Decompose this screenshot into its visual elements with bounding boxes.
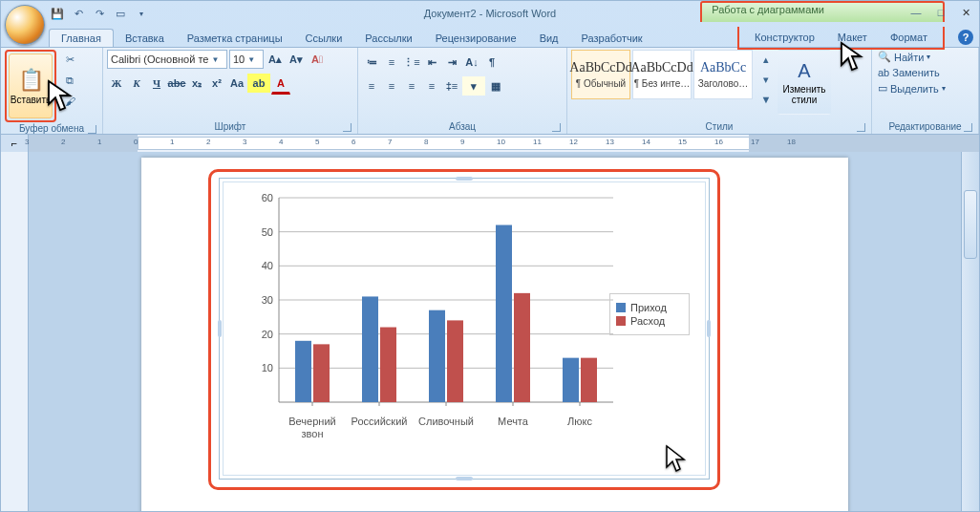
svg-text:40: 40: [262, 260, 273, 271]
tab-design[interactable]: Конструктор: [743, 29, 826, 46]
group-editing-label: Редактирование: [876, 120, 974, 134]
borders-button[interactable]: ▦: [486, 76, 505, 96]
replace-button[interactable]: abЗаменить: [876, 66, 942, 79]
shading-button[interactable]: ▾: [462, 76, 485, 96]
maximize-button[interactable]: □: [931, 5, 950, 20]
bullets-button[interactable]: ≔: [362, 53, 381, 72]
font-family-combo[interactable]: Calibri (Основной те▼: [107, 50, 227, 69]
tab-insert[interactable]: Вставка: [114, 30, 176, 47]
save-icon[interactable]: 💾: [49, 5, 66, 22]
resize-handle-bottom[interactable]: [456, 477, 473, 480]
format-painter-icon[interactable]: 🖌: [60, 92, 79, 111]
paste-label: Вставить: [11, 95, 51, 105]
horizontal-ruler[interactable]: 3210123456789101112131415161718: [29, 135, 979, 152]
group-editing: 🔍Найти▾ abЗаменить ▭Выделить▾ Редактиров…: [872, 48, 979, 134]
close-button[interactable]: ✕: [956, 5, 975, 20]
tab-page-layout[interactable]: Разметка страницы: [176, 30, 294, 47]
quick-access-toolbar: 💾 ↶ ↷ ▭ ▾: [49, 5, 150, 22]
subscript-button[interactable]: x₂: [187, 74, 206, 93]
chart-plot-area[interactable]: 102030405060: [250, 192, 613, 412]
copy-icon[interactable]: ⧉: [60, 71, 79, 90]
bold-button[interactable]: Ж: [107, 74, 126, 93]
group-font-label: Шрифт: [107, 120, 353, 134]
legend-swatch-1: [616, 303, 626, 312]
justify-button[interactable]: ≡: [422, 76, 441, 96]
group-styles-label: Стили: [571, 120, 867, 134]
sort-button[interactable]: A↓: [462, 53, 481, 72]
align-center-button[interactable]: ≡: [382, 76, 401, 96]
italic-button[interactable]: К: [127, 74, 146, 93]
align-left-button[interactable]: ≡: [362, 76, 381, 96]
multilevel-button[interactable]: ⋮≡: [402, 53, 421, 72]
style-normal[interactable]: AaBbCcDd ¶ Обычный: [571, 50, 630, 99]
svg-rect-27: [581, 358, 597, 402]
replace-icon: ab: [878, 67, 889, 78]
change-case-button[interactable]: Aa: [227, 74, 246, 93]
svg-text:60: 60: [262, 192, 273, 203]
ruler-bar: ⌐ 3210123456789101112131415161718: [1, 135, 979, 153]
tab-view[interactable]: Вид: [528, 30, 570, 47]
vertical-ruler[interactable]: [1, 152, 29, 511]
tab-developer[interactable]: Разработчик: [570, 30, 654, 47]
svg-rect-21: [447, 320, 463, 402]
strike-button[interactable]: abc: [167, 74, 186, 93]
group-styles: AaBbCcDd ¶ Обычный AaBbCcDd ¶ Без инте… …: [567, 48, 872, 134]
resize-handle-top[interactable]: [456, 177, 473, 181]
redo-icon[interactable]: ↷: [91, 5, 108, 22]
ribbon: 📋 Вставить ✂ ⧉ 🖌 Буфер обмена Calibri (О…: [1, 47, 979, 135]
titlebar: 💾 ↶ ↷ ▭ ▾ Документ2 - Microsoft Word Раб…: [1, 1, 979, 26]
cut-icon[interactable]: ✂: [60, 50, 79, 69]
styles-more-icon[interactable]: ▼: [756, 90, 776, 109]
style-no-spacing[interactable]: AaBbCcDd ¶ Без инте…: [632, 50, 692, 99]
font-color-button[interactable]: A: [271, 74, 290, 95]
styles-row-down-icon[interactable]: ▾: [756, 70, 776, 89]
svg-rect-20: [429, 310, 445, 402]
highlight-button[interactable]: ab: [247, 74, 270, 93]
svg-rect-18: [380, 328, 396, 402]
grow-font-icon[interactable]: A▴: [266, 50, 285, 69]
chart-selection-highlight: 102030405060 Вечерний звонРоссийскийСлив…: [208, 169, 720, 490]
styles-row-up-icon[interactable]: ▴: [756, 50, 776, 69]
increase-indent-button[interactable]: ⇥: [442, 53, 461, 72]
line-spacing-button[interactable]: ‡≡: [442, 76, 461, 96]
align-right-button[interactable]: ≡: [402, 76, 421, 96]
resize-handle-right[interactable]: [707, 320, 711, 337]
font-size-combo[interactable]: 10▼: [229, 50, 264, 69]
undo-icon[interactable]: ↶: [70, 5, 87, 22]
tab-review[interactable]: Рецензирование: [424, 30, 528, 47]
shrink-font-icon[interactable]: A▾: [287, 50, 306, 69]
clear-formatting-icon[interactable]: A⃠: [308, 50, 327, 69]
change-styles-icon: A: [798, 60, 810, 82]
show-marks-button[interactable]: ¶: [482, 53, 501, 72]
office-button[interactable]: [5, 5, 45, 45]
numbering-button[interactable]: ≡: [382, 53, 401, 72]
tab-mailings[interactable]: Рассылки: [353, 30, 423, 47]
find-button[interactable]: 🔍Найти▾: [876, 50, 932, 64]
tab-layout[interactable]: Макет: [826, 29, 879, 46]
style-heading1[interactable]: AaBbCc Заголово…: [693, 50, 753, 99]
find-icon: 🔍: [878, 51, 891, 63]
resize-handle-left[interactable]: [218, 320, 222, 337]
legend-label-1: Приход: [630, 302, 667, 313]
select-button[interactable]: ▭Выделить▾: [876, 81, 948, 96]
qat-more-icon[interactable]: ▾: [133, 5, 150, 22]
decrease-indent-button[interactable]: ⇤: [422, 53, 441, 72]
print-icon[interactable]: ▭: [112, 5, 129, 22]
scroll-thumb[interactable]: [964, 190, 977, 259]
tab-references[interactable]: Ссылки: [294, 30, 354, 47]
paste-highlight: 📋 Вставить: [5, 50, 56, 122]
minimize-button[interactable]: —: [906, 5, 926, 20]
chart-object[interactable]: 102030405060 Вечерний звонРоссийскийСлив…: [219, 178, 710, 480]
superscript-button[interactable]: x²: [207, 74, 226, 93]
svg-text:50: 50: [262, 226, 273, 238]
chart-legend[interactable]: Приход Расход: [609, 293, 690, 335]
change-styles-button[interactable]: A Изменить стили: [778, 50, 831, 115]
vertical-scrollbar[interactable]: [961, 152, 979, 511]
work-area: 102030405060 Вечерний звонРоссийскийСлив…: [1, 152, 979, 511]
underline-button[interactable]: Ч: [147, 74, 166, 93]
tab-home[interactable]: Главная: [49, 29, 114, 47]
app-window: 💾 ↶ ↷ ▭ ▾ Документ2 - Microsoft Word Раб…: [0, 0, 980, 512]
document-scroll[interactable]: 102030405060 Вечерний звонРоссийскийСлив…: [29, 152, 961, 511]
tab-format[interactable]: Формат: [879, 29, 939, 46]
paste-button[interactable]: 📋 Вставить: [9, 53, 53, 118]
